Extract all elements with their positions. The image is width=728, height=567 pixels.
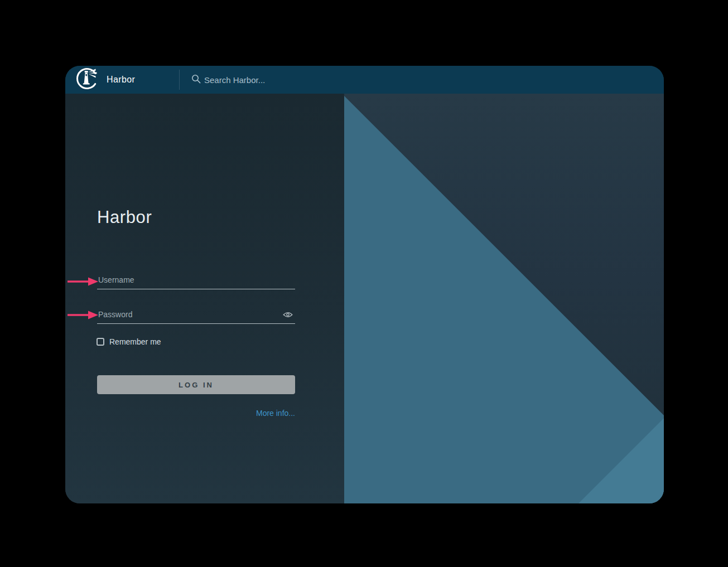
brand-area: Harbor <box>75 66 135 94</box>
username-input[interactable] <box>97 273 295 289</box>
harbor-logo-icon <box>75 67 99 93</box>
password-input[interactable] <box>97 308 295 324</box>
triangle-primary <box>344 96 664 503</box>
log-in-button[interactable]: LOG IN <box>97 375 295 394</box>
annotation-arrow-username <box>67 277 98 287</box>
decorative-panel <box>344 94 664 503</box>
remember-me-label: Remember me <box>109 337 161 346</box>
remember-me-row[interactable]: Remember me <box>97 337 161 346</box>
login-title: Harbor <box>97 207 152 227</box>
search-icon <box>191 74 201 86</box>
top-navbar: Harbor <box>65 66 664 94</box>
password-field-group <box>97 308 295 324</box>
navbar-divider <box>179 70 180 90</box>
triangle-artwork <box>344 94 664 503</box>
more-info-link[interactable]: More info... <box>97 409 295 418</box>
remember-me-checkbox[interactable] <box>97 338 104 346</box>
login-panel: Harbor Remember me LOG IN More info... <box>65 94 344 503</box>
search-input[interactable] <box>204 75 383 85</box>
annotation-arrow-password <box>67 310 98 320</box>
harbor-app-window: Harbor Harbor <box>65 66 664 503</box>
brand-title: Harbor <box>107 75 135 85</box>
main-content: Harbor Remember me LOG IN More info... <box>65 94 664 503</box>
username-field-group <box>97 273 295 289</box>
show-password-eye-icon[interactable] <box>283 311 293 321</box>
search-bar <box>191 66 383 94</box>
